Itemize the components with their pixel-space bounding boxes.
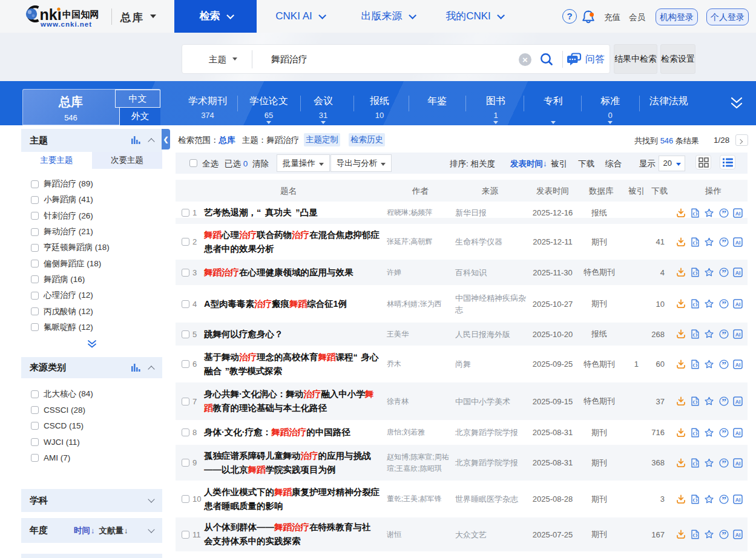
svg-text:”: ”	[721, 428, 726, 438]
svg-text:AI: AI	[735, 532, 741, 538]
svg-text:AI: AI	[735, 361, 741, 367]
svg-text:”: ”	[721, 396, 726, 406]
svg-text:AI: AI	[735, 430, 741, 436]
svg-text:AI: AI	[735, 332, 741, 338]
svg-text:AI: AI	[735, 239, 741, 245]
svg-text:AI: AI	[735, 270, 741, 276]
svg-text:”: ”	[721, 299, 726, 309]
svg-text:”: ”	[721, 208, 726, 218]
svg-text:”: ”	[721, 237, 726, 247]
svg-text:”: ”	[721, 268, 726, 277]
svg-text:AI: AI	[735, 399, 741, 405]
svg-text:”: ”	[721, 530, 726, 539]
svg-text:”: ”	[721, 359, 726, 369]
svg-text:AI: AI	[735, 301, 741, 307]
svg-text:AI: AI	[735, 496, 741, 502]
svg-text:”: ”	[721, 494, 726, 504]
svg-text:AI: AI	[735, 460, 741, 466]
svg-text:”: ”	[721, 329, 726, 339]
svg-text:AI: AI	[735, 210, 741, 216]
svg-text:”: ”	[721, 458, 726, 468]
